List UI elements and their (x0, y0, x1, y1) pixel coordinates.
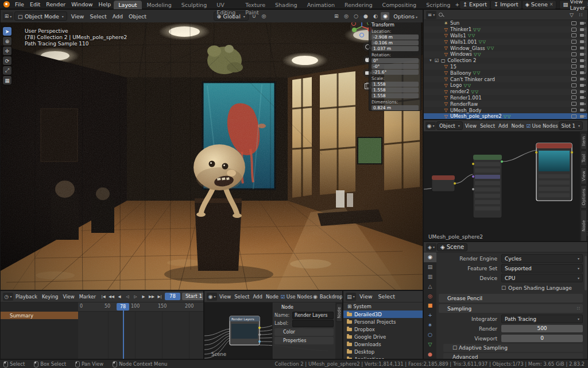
hide-viewport-icon[interactable] (571, 83, 577, 87)
sidebar-tab[interactable]: View (581, 167, 587, 185)
hide-render-icon[interactable] (580, 47, 584, 49)
node-name-field[interactable]: Render Layers (292, 312, 334, 319)
render-engine-dropdown[interactable]: Cycles▾ (501, 254, 583, 263)
bookmark-item[interactable]: Google Drive (343, 333, 423, 340)
workspace-tab[interactable]: Sculpting (177, 1, 211, 9)
bookmark-item[interactable]: Downloads (343, 340, 423, 348)
search-icon[interactable] (439, 13, 443, 17)
menu-item[interactable]: Playback (13, 294, 40, 300)
outliner-row[interactable]: ☑ Window_Glass (424, 45, 587, 51)
hide-viewport-icon[interactable] (571, 46, 577, 50)
device-dropdown[interactable]: CPU▾ (501, 274, 583, 282)
render-samples-field[interactable]: 500 (501, 325, 583, 332)
outliner-row[interactable]: ☑ Can't Thinker card (424, 76, 587, 82)
panel-color[interactable]: Color (274, 328, 334, 336)
bookmark-item[interactable]: Derailed3D (343, 310, 423, 318)
hide-render-icon[interactable] (580, 53, 584, 56)
export-button[interactable]: ↥Export (459, 0, 490, 9)
outliner-row[interactable]: ☑ Logo (424, 82, 587, 89)
object-name[interactable]: Render1.001 (450, 95, 482, 101)
bookmark-item[interactable]: Dropbox (343, 325, 423, 333)
menu-item[interactable]: Select (478, 123, 497, 129)
import-button[interactable]: ↧Import (490, 0, 522, 9)
outliner-row[interactable]: ☑ Render1.001 (424, 95, 587, 101)
current-frame-field[interactable]: 78 (165, 293, 180, 300)
menu-item[interactable]: Keying (40, 294, 61, 300)
workspace-tab[interactable]: Shading (270, 1, 302, 9)
menu-item[interactable]: File (12, 1, 27, 7)
hide-viewport-icon[interactable] (571, 77, 577, 81)
transport-button[interactable]: ▶▶ (148, 293, 156, 300)
hide-render-icon[interactable] (580, 59, 584, 62)
shading-solid-icon[interactable]: ● (361, 12, 370, 20)
workspace-tab[interactable]: UV Editing (212, 1, 240, 9)
menu-item[interactable]: Select (87, 13, 109, 20)
hide-viewport-icon[interactable] (571, 114, 577, 118)
transform-y-field[interactable]: 1.558 (372, 87, 419, 93)
panel-advanced[interactable]: Advanced (443, 353, 583, 359)
transform-y-field[interactable]: -0° (372, 64, 419, 69)
workspace-tab[interactable]: Animation (303, 1, 339, 9)
transport-button[interactable]: ▷ (131, 293, 140, 300)
hide-viewport-icon[interactable] (571, 64, 577, 68)
workspace-tab[interactable]: Compositing (378, 1, 421, 9)
object-name[interactable]: UMesh_Body (450, 108, 481, 113)
hide-render-icon[interactable] (580, 71, 584, 74)
osl-checkbox[interactable]: ☐Open Shading Language (501, 285, 583, 291)
object-name[interactable]: Collection 2 (447, 57, 476, 63)
shader-type-dropdown[interactable]: Object▾ (436, 121, 463, 130)
object-name[interactable]: render2 (450, 89, 469, 94)
hide-render-icon[interactable] (580, 96, 584, 99)
properties-tab-physics[interactable]: ○ (424, 330, 436, 340)
sidebar-tab[interactable]: Tool (581, 151, 587, 166)
blender-logo[interactable] (3, 1, 10, 7)
add-workspace-button[interactable]: + (455, 1, 459, 9)
playhead-frame-badge[interactable]: 78 (117, 303, 129, 310)
options-menu[interactable]: Options▾ (390, 13, 420, 20)
editor-type-icon[interactable]: ▤▾ (346, 293, 356, 301)
object-name[interactable]: Logo (450, 82, 462, 88)
transform-z-field[interactable]: -21.6° (372, 70, 419, 75)
menu-item[interactable]: Help (96, 1, 114, 7)
transform-z-field[interactable]: 1.558 (372, 93, 419, 98)
workspace-tab[interactable]: Scripting (421, 1, 455, 9)
summary-channel[interactable]: Summary (1, 312, 78, 319)
properties-tab-view-layer[interactable]: ▥ (424, 272, 436, 282)
render-preview[interactable] (1, 22, 423, 290)
proportional-edit-icon[interactable]: ◎ (260, 12, 268, 20)
system-section-header[interactable]: ⊞System (343, 302, 423, 310)
shading-rendered-icon[interactable]: ◉ (381, 12, 389, 20)
mode-dropdown[interactable]: ▢Object Mode▾ (14, 12, 67, 21)
use-nodes-checkbox[interactable]: ☑Use Nodes (527, 123, 558, 129)
object-name[interactable]: 15 (450, 64, 457, 70)
pin-icon[interactable]: ◉ (313, 293, 318, 301)
hide-render-icon[interactable] (580, 78, 584, 80)
select-tool-icon[interactable]: ➤ (3, 27, 11, 36)
scale-tool-icon[interactable]: ⤢ (3, 66, 11, 75)
cursor-tool-icon[interactable]: ⊕ (3, 37, 11, 45)
menu-item[interactable]: Marker (77, 294, 98, 300)
hide-viewport-icon[interactable] (571, 33, 577, 37)
hide-render-icon[interactable] (580, 34, 584, 37)
properties-tab-modifiers[interactable]: + (424, 310, 436, 320)
transform-x-field[interactable]: 1.558 (372, 82, 419, 87)
transform-x-field[interactable]: 0° (372, 58, 419, 63)
backdrop-toggle[interactable]: Backdrop (318, 294, 342, 300)
editor-type-icon[interactable]: ◉▾ (207, 293, 217, 301)
hide-viewport-icon[interactable] (571, 59, 577, 63)
expander-icon[interactable] (430, 58, 435, 63)
object-name[interactable]: Balloony (450, 70, 471, 76)
scene-selector[interactable]: ◈Scene× (522, 0, 557, 9)
editor-type-icon[interactable]: ≡▾ (426, 11, 436, 19)
outliner-row[interactable]: ☑ Windows (424, 51, 587, 57)
bookmark-item[interactable]: Desktop (343, 348, 423, 355)
outliner-row[interactable]: ☑ UMesh_Body (424, 107, 587, 113)
transform-x-field[interactable]: 0.824 m (372, 105, 419, 110)
outliner-row[interactable]: ☑ Thinker1 (424, 26, 587, 33)
object-name[interactable]: RenderRaw (450, 101, 478, 107)
transport-button[interactable]: |◀ (99, 293, 107, 300)
editor-type-icon[interactable]: ◈▾ (426, 243, 436, 251)
menu-item[interactable]: Object (126, 13, 149, 20)
menu-item[interactable]: Node (510, 123, 526, 129)
transform-tool-icon[interactable]: ▦ (3, 76, 11, 85)
